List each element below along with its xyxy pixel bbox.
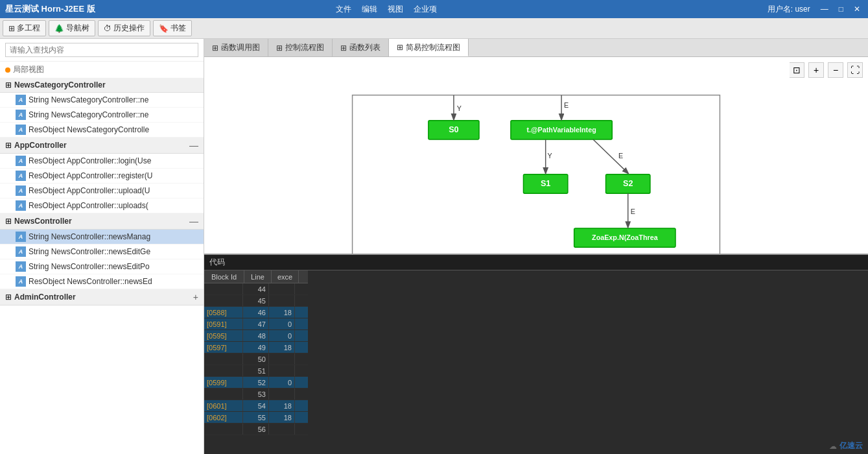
cell-blockid: [0597] — [204, 342, 243, 353]
tab-bar: ⊞ 函数调用图 ⊞ 控制流程图 ⊞ 函数列表 ⊞ 简易控制流程图 — [204, 39, 868, 57]
cell-exce: 18 — [269, 307, 295, 318]
multi-project-icon: ⊞ — [8, 24, 15, 33]
logo-text: 亿速云 — [839, 440, 863, 451]
svg-text:E: E — [618, 152, 623, 160]
list-item[interactable]: A ResObject AppController::login(Use — [0, 154, 204, 169]
menu-edit[interactable]: 编辑 — [362, 4, 377, 15]
method-icon: A — [16, 246, 26, 257]
cell-exce: 0 — [269, 318, 295, 329]
tab-function-list-icon: ⊞ — [340, 43, 347, 53]
cell-line: 46 — [243, 307, 269, 318]
svg-text:S0: S0 — [449, 125, 459, 134]
collapse-icon-news[interactable]: — — [189, 216, 198, 226]
list-item[interactable]: A ResObject AppController::register(U — [0, 169, 204, 184]
tab-call-graph-icon: ⊞ — [212, 43, 218, 53]
code-rows: 44 45 [0588] 46 18 [0591] 47 0 [0595] 48… — [204, 283, 308, 454]
group-header-admincontroller[interactable]: ⊞ AdminController + — [0, 289, 204, 305]
partial-view-icon — [5, 67, 10, 73]
header-blockid: Block Id — [204, 270, 244, 283]
list-item[interactable]: A ResObject NewsController::newsEd — [0, 274, 204, 289]
cell-line: 54 — [243, 400, 269, 411]
search-input[interactable] — [5, 43, 198, 57]
cell-line: 50 — [243, 353, 269, 364]
group-header-newscontroller[interactable]: ⊞ NewsController — — [0, 213, 204, 230]
win-max-button[interactable]: □ — [836, 5, 846, 14]
table-row: [0601] 54 18 — [204, 400, 308, 412]
cell-blockid: [0595] — [204, 330, 243, 341]
nav-tree-button[interactable]: 🌲 导航树 — [49, 20, 95, 36]
svg-text:S2: S2 — [623, 179, 633, 188]
cell-blockid: [0599] — [204, 377, 243, 388]
cell-line: 53 — [243, 388, 269, 400]
group-icon-newscategory: ⊞ — [5, 80, 12, 90]
expand-icon-admin[interactable]: + — [193, 292, 198, 302]
cell-blockid — [204, 353, 243, 364]
menu-enterprise[interactable]: 企业项 — [414, 4, 437, 15]
history-icon: ⏱ — [104, 24, 111, 33]
table-row: [0597] 49 18 — [204, 342, 308, 353]
group-icon-news: ⊞ — [5, 217, 12, 226]
win-min-button[interactable]: — — [818, 5, 831, 14]
main-layout: 局部视图 ⊞ NewsCategoryController A String N… — [0, 39, 868, 454]
tab-function-list[interactable]: ⊞ 函数列表 — [333, 39, 389, 56]
svg-rect-0 — [283, 57, 790, 254]
list-item[interactable]: A ResObject AppController::uploads( — [0, 198, 204, 213]
table-row: 44 — [204, 283, 308, 295]
bottom-bar: ☁ 亿速云 — [829, 440, 863, 451]
diagram-area: ⊡ + − ⛶ S0 t.@PathVariableInteg S1 — [204, 57, 868, 255]
header-exce: exce — [272, 270, 299, 283]
menu-bar: 文件 编辑 视图 企业项 — [336, 4, 437, 15]
cell-line: 45 — [243, 295, 269, 306]
table-row: 50 — [204, 353, 308, 365]
cell-blockid — [204, 365, 243, 376]
history-button[interactable]: ⏱ 历史操作 — [98, 20, 150, 36]
list-item[interactable]: A ResObject NewsCategoryControlle — [0, 123, 204, 137]
cell-line: 49 — [243, 342, 269, 353]
svg-text:ZoaExp.N(ZoaThrea: ZoaExp.N(ZoaThrea — [592, 233, 659, 241]
cell-exce — [269, 424, 295, 435]
code-columns: Block Id Line exce 44 45 [0588] 46 18 [0… — [204, 270, 308, 454]
cell-blockid: [0602] — [204, 412, 243, 423]
group-header-newscategory[interactable]: ⊞ NewsCategoryController — [0, 78, 204, 93]
table-row: 51 — [204, 365, 308, 377]
list-item[interactable]: A String NewsController::newsEditGe — [0, 245, 204, 259]
table-row: [0595] 48 0 — [204, 330, 308, 342]
list-item[interactable]: A String NewsCategoryController::ne — [0, 93, 204, 108]
app-title: 星云测试 Horn-J2EE 版 — [5, 3, 336, 15]
group-icon-app: ⊞ — [5, 141, 12, 150]
sidebar-content: 局部视图 ⊞ NewsCategoryController A String N… — [0, 62, 204, 454]
user-info: 用户名: user — [768, 4, 810, 15]
bookmark-button[interactable]: 🔖 书签 — [153, 20, 192, 36]
list-item[interactable]: A String NewsController::newsEditPo — [0, 259, 204, 274]
code-area: 代码 Block Id Line exce 44 45 [0588] 46 18… — [204, 255, 868, 454]
sidebar: 局部视图 ⊞ NewsCategoryController A String N… — [0, 39, 204, 454]
cell-exce: 18 — [269, 342, 295, 353]
tab-simple-flow[interactable]: ⊞ 简易控制流程图 — [389, 39, 469, 56]
list-item[interactable]: A ResObject AppController::upload(U — [0, 184, 204, 198]
tab-call-graph[interactable]: ⊞ 函数调用图 — [204, 39, 268, 56]
menu-view[interactable]: 视图 — [388, 4, 403, 15]
method-icon: A — [16, 156, 26, 166]
cell-blockid — [204, 295, 243, 306]
list-item[interactable]: A String NewsController::newsManag — [0, 230, 204, 245]
menu-file[interactable]: 文件 — [336, 4, 351, 15]
cell-blockid: [0588] — [204, 307, 243, 318]
collapse-icon-app[interactable]: — — [189, 140, 198, 150]
svg-text:E: E — [631, 208, 635, 215]
table-row: [0591] 47 0 — [204, 318, 308, 330]
method-icon: A — [16, 110, 26, 120]
group-header-appcontroller[interactable]: ⊞ AppController — — [0, 137, 204, 154]
win-close-button[interactable]: ✕ — [851, 5, 863, 14]
list-item[interactable]: A String NewsCategoryController::ne — [0, 108, 204, 123]
search-box — [0, 39, 204, 62]
method-icon: A — [16, 200, 26, 211]
multi-project-button[interactable]: ⊞ 多工程 — [3, 20, 46, 36]
table-row: 53 — [204, 388, 308, 400]
nav-tree-icon: 🌲 — [54, 24, 64, 33]
table-row: 45 — [204, 295, 308, 307]
tab-control-flow[interactable]: ⊞ 控制流程图 — [268, 39, 333, 56]
cell-line: 55 — [243, 412, 269, 423]
cell-line: 44 — [243, 283, 269, 294]
svg-text:Y: Y — [548, 152, 552, 160]
svg-text:E: E — [564, 101, 569, 109]
